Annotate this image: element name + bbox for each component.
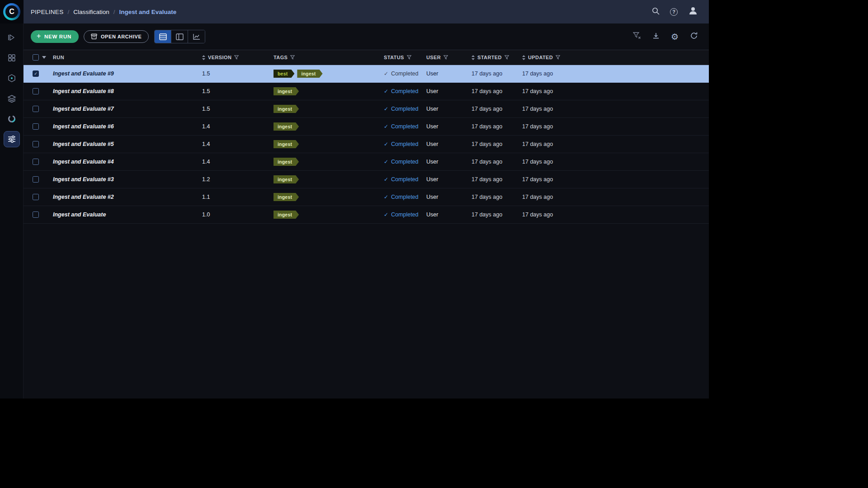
row-checkbox[interactable] [33, 123, 39, 130]
table-row[interactable]: Ingest and Evaluate #3 1.2 ingest ✓ Comp… [24, 171, 709, 188]
run-name-link[interactable]: Ingest and Evaluate [53, 211, 106, 218]
row-checkbox[interactable] [33, 106, 39, 112]
run-name-link[interactable]: Ingest and Evaluate #4 [53, 159, 114, 165]
run-tags: ingest [269, 140, 380, 148]
pipeline-runs-page: + NEW RUN OPEN ARCHIVE [24, 23, 709, 399]
run-name-link[interactable]: Ingest and Evaluate #6 [53, 123, 114, 130]
clearml-logo[interactable]: C [0, 0, 24, 23]
chart-view-button[interactable] [188, 30, 205, 43]
status-check-icon: ✓ [384, 123, 388, 130]
column-header-status[interactable]: STATUS [380, 55, 422, 60]
tag-ingest: ingest [274, 158, 299, 166]
run-status: ✓ Completed [380, 106, 422, 112]
sort-icon[interactable] [472, 55, 475, 60]
table-row[interactable]: Ingest and Evaluate #4 1.4 ingest ✓ Comp… [24, 153, 709, 171]
run-name-link[interactable]: Ingest and Evaluate #8 [53, 88, 114, 94]
sidebar-item-applications[interactable] [4, 70, 20, 86]
run-user: User [422, 70, 467, 77]
column-header-user[interactable]: USER [422, 55, 467, 60]
row-checkbox[interactable] [33, 159, 39, 165]
table-row[interactable]: Ingest and Evaluate #5 1.4 ingest ✓ Comp… [24, 136, 709, 153]
open-archive-label: OPEN ARCHIVE [101, 34, 142, 39]
run-name-cell: Ingest and Evaluate #9 [49, 70, 198, 77]
new-run-button[interactable]: + NEW RUN [31, 30, 79, 43]
column-header-version[interactable]: VERSION [198, 55, 269, 60]
row-select-cell [24, 106, 49, 112]
row-select-cell [24, 141, 49, 147]
table-row[interactable]: Ingest and Evaluate #2 1.1 ingest ✓ Comp… [24, 188, 709, 206]
sidebar-item-models[interactable] [4, 111, 20, 127]
run-version: 1.5 [198, 106, 269, 112]
run-started: 17 days ago [467, 211, 518, 218]
column-header-started[interactable]: STARTED [467, 55, 518, 60]
run-updated: 17 days ago [518, 106, 709, 112]
status-text: Completed [391, 159, 418, 165]
run-updated: 17 days ago [518, 70, 709, 77]
table-row[interactable]: Ingest and Evaluate #6 1.4 ingest ✓ Comp… [24, 118, 709, 136]
column-header-updated[interactable]: UPDATED [518, 55, 709, 60]
table-row[interactable]: Ingest and Evaluate #7 1.5 ingest ✓ Comp… [24, 100, 709, 118]
version-header-label: VERSION [208, 55, 231, 60]
run-started: 17 days ago [467, 141, 518, 147]
run-name-link[interactable]: Ingest and Evaluate #9 [53, 70, 114, 77]
breadcrumb-project[interactable]: Classification [73, 9, 109, 15]
row-select-cell [24, 176, 49, 183]
detail-view-button[interactable] [171, 30, 188, 43]
selection-dropdown-caret[interactable] [42, 56, 46, 59]
sidebar-item-datasets[interactable] [4, 50, 20, 66]
sidebar-item-projects[interactable] [4, 29, 20, 46]
run-user: User [422, 159, 467, 165]
sidebar-item-hyper-datasets[interactable] [4, 90, 20, 107]
table-row[interactable]: Ingest and Evaluate 1.0 ingest ✓ Complet… [24, 206, 709, 224]
run-version: 1.5 [198, 88, 269, 94]
row-checkbox[interactable] [33, 70, 39, 77]
row-checkbox[interactable] [33, 141, 39, 147]
filter-icon[interactable] [505, 55, 509, 60]
run-tags: bestingest [269, 70, 380, 78]
row-checkbox[interactable] [33, 176, 39, 183]
open-archive-button[interactable]: OPEN ARCHIVE [84, 30, 149, 43]
download-icon[interactable] [652, 32, 660, 41]
run-table-header: RUN VERSION TAGS STATUS USER STARTED [24, 50, 709, 65]
auto-refresh-icon[interactable] [690, 32, 698, 42]
filter-icon[interactable] [443, 55, 448, 60]
run-updated: 17 days ago [518, 176, 709, 183]
run-user: User [422, 194, 467, 200]
search-icon[interactable] [652, 7, 660, 17]
table-view-button[interactable] [155, 30, 171, 43]
run-name-link[interactable]: Ingest and Evaluate #7 [53, 106, 114, 112]
row-checkbox[interactable] [33, 194, 39, 200]
table-row[interactable]: Ingest and Evaluate #8 1.5 ingest ✓ Comp… [24, 83, 709, 100]
user-avatar[interactable] [688, 6, 698, 18]
run-name-link[interactable]: Ingest and Evaluate #2 [53, 194, 114, 200]
select-all-checkbox[interactable] [33, 54, 39, 61]
run-version: 1.1 [198, 194, 269, 200]
breadcrumb-pipelines[interactable]: PIPELINES [31, 9, 63, 15]
filter-icon[interactable] [290, 55, 295, 60]
column-header-tags[interactable]: TAGS [269, 55, 380, 60]
status-text: Completed [391, 141, 418, 147]
clear-filters-icon[interactable] [633, 32, 641, 41]
row-select-cell [24, 194, 49, 200]
table-view-icon [159, 33, 167, 40]
run-updated: 17 days ago [518, 194, 709, 200]
run-status: ✓ Completed [380, 141, 422, 147]
breadcrumb-current-pipeline[interactable]: Ingest and Evaluate [119, 9, 177, 15]
filter-icon[interactable] [407, 55, 411, 60]
help-icon[interactable]: ? [670, 8, 678, 16]
run-name-link[interactable]: Ingest and Evaluate #5 [53, 141, 114, 147]
table-row[interactable]: Ingest and Evaluate #9 1.5 bestingest ✓ … [24, 65, 709, 83]
sort-icon[interactable] [522, 55, 525, 60]
column-header-run: RUN [49, 55, 198, 60]
row-checkbox[interactable] [33, 211, 39, 218]
sort-icon[interactable] [202, 55, 205, 60]
settings-icon[interactable]: ⚙ [671, 33, 679, 41]
filter-icon[interactable] [556, 55, 560, 60]
sidebar-item-pipelines[interactable] [4, 131, 20, 147]
status-check-icon: ✓ [384, 211, 388, 218]
breadcrumb-separator: / [67, 9, 69, 15]
filter-icon[interactable] [234, 55, 239, 60]
view-mode-toggle [154, 30, 205, 43]
row-checkbox[interactable] [33, 88, 39, 94]
run-name-link[interactable]: Ingest and Evaluate #3 [53, 176, 114, 183]
